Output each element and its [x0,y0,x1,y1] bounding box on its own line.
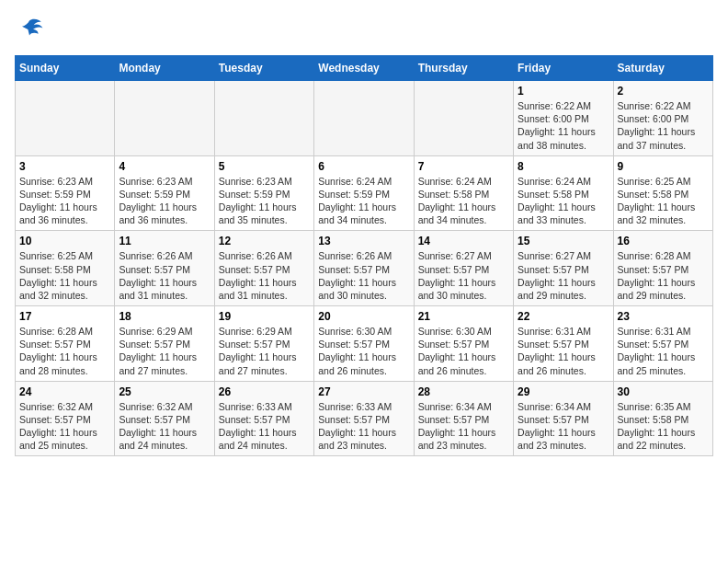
calendar-week-row: 17Sunrise: 6:28 AM Sunset: 5:57 PM Dayli… [16,306,713,382]
weekday-header: Tuesday [214,56,313,81]
day-number: 30 [618,385,709,398]
day-number: 6 [318,160,409,173]
day-number: 1 [518,85,609,98]
calendar-cell: 3Sunrise: 6:23 AM Sunset: 5:59 PM Daylig… [16,155,115,231]
day-info: Sunrise: 6:24 AM Sunset: 5:59 PM Dayligh… [318,175,409,227]
day-info: Sunrise: 6:31 AM Sunset: 5:57 PM Dayligh… [518,325,609,377]
day-info: Sunrise: 6:24 AM Sunset: 5:58 PM Dayligh… [418,175,509,227]
day-info: Sunrise: 6:33 AM Sunset: 5:57 PM Dayligh… [219,400,310,453]
calendar-cell: 27Sunrise: 6:33 AM Sunset: 5:57 PM Dayli… [314,381,414,456]
day-number: 24 [19,385,110,398]
calendar-header-row: SundayMondayTuesdayWednesdayThursdayFrid… [16,56,713,81]
day-number: 21 [418,310,509,323]
calendar-cell: 14Sunrise: 6:27 AM Sunset: 5:57 PM Dayli… [414,231,513,306]
day-number: 13 [318,235,409,247]
calendar-cell: 25Sunrise: 6:32 AM Sunset: 5:57 PM Dayli… [115,381,214,456]
calendar-week-row: 24Sunrise: 6:32 AM Sunset: 5:57 PM Dayli… [16,381,713,456]
day-info: Sunrise: 6:34 AM Sunset: 5:57 PM Dayligh… [518,400,609,453]
calendar-week-row: 3Sunrise: 6:23 AM Sunset: 5:59 PM Daylig… [16,155,713,231]
weekday-header: Friday [514,56,613,81]
calendar-week-row: 1Sunrise: 6:22 AM Sunset: 6:00 PM Daylig… [16,81,713,156]
calendar-cell [314,81,414,156]
day-info: Sunrise: 6:27 AM Sunset: 5:57 PM Dayligh… [418,249,509,302]
day-number: 15 [518,235,609,247]
calendar-cell: 26Sunrise: 6:33 AM Sunset: 5:57 PM Dayli… [214,381,313,456]
calendar-cell: 1Sunrise: 6:22 AM Sunset: 6:00 PM Daylig… [514,81,613,156]
day-info: Sunrise: 6:25 AM Sunset: 5:58 PM Dayligh… [618,175,709,227]
day-info: Sunrise: 6:30 AM Sunset: 5:57 PM Dayligh… [418,325,509,377]
day-number: 8 [518,160,609,173]
calendar-cell: 11Sunrise: 6:26 AM Sunset: 5:57 PM Dayli… [115,231,214,306]
day-number: 20 [318,310,409,323]
day-number: 16 [618,235,709,247]
day-info: Sunrise: 6:29 AM Sunset: 5:57 PM Dayligh… [219,325,310,377]
calendar-cell: 17Sunrise: 6:28 AM Sunset: 5:57 PM Dayli… [16,306,115,382]
day-number: 2 [618,85,709,98]
calendar-cell: 23Sunrise: 6:31 AM Sunset: 5:57 PM Dayli… [613,306,712,382]
calendar-cell: 22Sunrise: 6:31 AM Sunset: 5:57 PM Dayli… [514,306,613,382]
day-number: 23 [618,310,709,323]
calendar-cell: 2Sunrise: 6:22 AM Sunset: 6:00 PM Daylig… [613,81,712,156]
calendar-week-row: 10Sunrise: 6:25 AM Sunset: 5:58 PM Dayli… [16,231,713,306]
calendar-cell: 15Sunrise: 6:27 AM Sunset: 5:57 PM Dayli… [514,231,613,306]
day-number: 5 [219,160,310,173]
day-info: Sunrise: 6:28 AM Sunset: 5:57 PM Dayligh… [19,325,110,377]
day-info: Sunrise: 6:26 AM Sunset: 5:57 PM Dayligh… [219,249,310,302]
day-number: 18 [119,310,210,323]
calendar-cell: 7Sunrise: 6:24 AM Sunset: 5:58 PM Daylig… [414,155,513,231]
calendar-cell: 6Sunrise: 6:24 AM Sunset: 5:59 PM Daylig… [314,155,414,231]
day-number: 25 [119,385,210,398]
weekday-header: Wednesday [314,56,414,81]
day-number: 7 [418,160,509,173]
day-number: 3 [19,160,110,173]
day-info: Sunrise: 6:22 AM Sunset: 6:00 PM Dayligh… [618,99,709,152]
day-number: 10 [19,235,110,247]
calendar-cell: 12Sunrise: 6:26 AM Sunset: 5:57 PM Dayli… [214,231,313,306]
calendar-cell: 21Sunrise: 6:30 AM Sunset: 5:57 PM Dayli… [414,306,513,382]
weekday-header: Thursday [414,56,513,81]
page-header [15,15,713,44]
calendar-cell [414,81,513,156]
day-info: Sunrise: 6:33 AM Sunset: 5:57 PM Dayligh… [318,400,409,453]
day-number: 4 [119,160,210,173]
day-info: Sunrise: 6:32 AM Sunset: 5:57 PM Dayligh… [119,400,210,453]
day-info: Sunrise: 6:32 AM Sunset: 5:57 PM Dayligh… [19,400,110,453]
calendar-cell: 5Sunrise: 6:23 AM Sunset: 5:59 PM Daylig… [214,155,313,231]
day-number: 29 [518,385,609,398]
day-number: 27 [318,385,409,398]
calendar-cell: 20Sunrise: 6:30 AM Sunset: 5:57 PM Dayli… [314,306,414,382]
day-info: Sunrise: 6:23 AM Sunset: 5:59 PM Dayligh… [219,175,310,227]
day-number: 19 [219,310,310,323]
logo-icon [15,15,44,44]
day-info: Sunrise: 6:26 AM Sunset: 5:57 PM Dayligh… [318,249,409,302]
calendar-cell [214,81,313,156]
calendar-cell: 24Sunrise: 6:32 AM Sunset: 5:57 PM Dayli… [16,381,115,456]
logo [15,15,48,44]
day-number: 17 [19,310,110,323]
calendar-cell: 8Sunrise: 6:24 AM Sunset: 5:58 PM Daylig… [514,155,613,231]
day-number: 14 [418,235,509,247]
day-number: 22 [518,310,609,323]
calendar-cell: 19Sunrise: 6:29 AM Sunset: 5:57 PM Dayli… [214,306,313,382]
calendar-table: SundayMondayTuesdayWednesdayThursdayFrid… [15,55,713,456]
weekday-header: Saturday [613,56,712,81]
day-number: 11 [119,235,210,247]
day-info: Sunrise: 6:23 AM Sunset: 5:59 PM Dayligh… [119,175,210,227]
day-number: 9 [618,160,709,173]
calendar-cell: 29Sunrise: 6:34 AM Sunset: 5:57 PM Dayli… [514,381,613,456]
day-info: Sunrise: 6:24 AM Sunset: 5:58 PM Dayligh… [518,175,609,227]
day-number: 12 [219,235,310,247]
day-info: Sunrise: 6:31 AM Sunset: 5:57 PM Dayligh… [618,325,709,377]
weekday-header: Sunday [16,56,115,81]
calendar-cell: 4Sunrise: 6:23 AM Sunset: 5:59 PM Daylig… [115,155,214,231]
calendar-cell: 13Sunrise: 6:26 AM Sunset: 5:57 PM Dayli… [314,231,414,306]
calendar-cell: 28Sunrise: 6:34 AM Sunset: 5:57 PM Dayli… [414,381,513,456]
calendar-cell: 16Sunrise: 6:28 AM Sunset: 5:57 PM Dayli… [613,231,712,306]
day-number: 26 [219,385,310,398]
day-info: Sunrise: 6:28 AM Sunset: 5:57 PM Dayligh… [618,249,709,302]
weekday-header: Monday [115,56,214,81]
day-info: Sunrise: 6:29 AM Sunset: 5:57 PM Dayligh… [119,325,210,377]
calendar-cell [16,81,115,156]
day-info: Sunrise: 6:22 AM Sunset: 6:00 PM Dayligh… [518,99,609,152]
calendar-cell [115,81,214,156]
